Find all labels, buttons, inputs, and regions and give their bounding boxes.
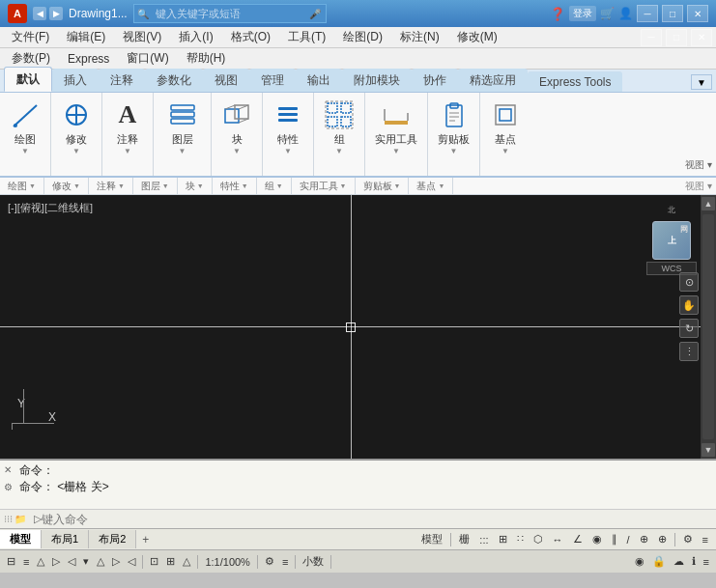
group-label-group2[interactable]: 组 ▼ [257, 178, 292, 194]
btn-draw[interactable]: 绘图 ▼ [6, 97, 44, 158]
user-icon[interactable]: 登录 [569, 6, 596, 21]
btb-up[interactable]: △ [94, 554, 107, 569]
menu-express[interactable]: Express [60, 50, 117, 68]
back-arrow[interactable]: ◀ [33, 7, 46, 20]
btb-undo[interactable]: △ [34, 554, 47, 569]
status-grid[interactable]: 栅 [455, 531, 473, 547]
restore-button[interactable]: □ [662, 5, 683, 22]
menu-view[interactable]: 视图(V) [115, 27, 169, 47]
btb-scale[interactable]: 1:1/100% [202, 556, 252, 568]
menu-draw[interactable]: 绘图(D) [335, 27, 390, 47]
fwd-arrow[interactable]: ▶ [49, 7, 63, 20]
app-logo[interactable]: A [8, 4, 27, 23]
status-ducs[interactable]: ∠ [569, 532, 587, 546]
btb-menu[interactable]: ≡ [20, 555, 32, 569]
group-label-modify[interactable]: 修改 ▼ [44, 178, 89, 194]
tab-parametric[interactable]: 参数化 [145, 69, 203, 92]
status-lw[interactable]: ∥ [608, 532, 621, 546]
status-ui[interactable]: ≡ [699, 533, 712, 546]
minimize-button[interactable]: ─ [637, 5, 658, 22]
viewcube[interactable]: 北 上 网 WCS [646, 205, 697, 255]
scroll-down[interactable]: ▼ [702, 443, 715, 457]
btn-layers[interactable]: 图层 ▼ [163, 97, 202, 158]
scroll-thumb[interactable] [702, 214, 714, 439]
view-arrow[interactable]: 视图 ▾ [681, 180, 716, 193]
btb-customize[interactable]: ≡ [701, 555, 712, 569]
tab-model[interactable]: 模型 [0, 530, 42, 548]
status-workspace[interactable]: ⚙ [679, 532, 697, 546]
tab-annotation[interactable]: 注释 [99, 69, 145, 92]
tab-view[interactable]: 视图 [203, 69, 249, 92]
status-osnap[interactable]: ⬡ [530, 532, 547, 546]
menu-modify[interactable]: 修改(M) [449, 27, 505, 47]
viewport[interactable]: [-][俯视][二维线框] Y X 北 上 网 WCS ⊙ ✋ ↻ ⋮ ▲ ▼ [0, 195, 716, 459]
utilities-dropdown[interactable]: ▼ [392, 147, 400, 155]
status-dyn[interactable]: ◉ [588, 532, 606, 546]
properties-dropdown[interactable]: ▼ [284, 147, 292, 155]
zoom-extents-btn[interactable]: ⊙ [679, 272, 699, 292]
btb-print[interactable]: ⊟ [4, 554, 18, 569]
menu-tools[interactable]: 工具(T) [280, 27, 333, 47]
account-icon[interactable]: 👤 [618, 7, 633, 20]
doc-minimize[interactable]: ─ [641, 29, 662, 46]
btb-3d[interactable]: △ [180, 554, 193, 569]
status-model[interactable]: 模型 [417, 531, 446, 547]
doc-restore[interactable]: □ [666, 29, 687, 46]
tab-manage[interactable]: 管理 [249, 69, 296, 92]
btn-group[interactable]: 组 ▼ [320, 97, 358, 158]
status-ortho[interactable]: ⊞ [495, 532, 511, 546]
btn-annotation[interactable]: A 注释 ▼ [108, 97, 147, 158]
status-sel[interactable]: ⊕ [636, 532, 652, 546]
close-button[interactable]: ✕ [687, 5, 708, 22]
search-input[interactable] [152, 8, 306, 19]
tab-collaborate[interactable]: 协作 [412, 69, 458, 92]
orbit-btn[interactable]: ↻ [679, 319, 699, 338]
group-label-draw[interactable]: 绘图 ▼ [0, 178, 44, 194]
btn-clipboard[interactable]: 剪贴板 ▼ [434, 97, 473, 158]
group-label-clipboard2[interactable]: 剪贴板 ▼ [356, 178, 410, 194]
menu-params[interactable]: 参数(P) [4, 48, 58, 69]
btb-aerial[interactable]: ⊞ [163, 554, 178, 569]
ribbon-options[interactable]: ▼ [691, 74, 712, 90]
btn-basepoint[interactable]: 基点 ▼ [486, 97, 525, 158]
menu-dimension[interactable]: 标注(N) [392, 27, 447, 47]
status-polar[interactable]: ∷ [513, 532, 528, 546]
basepoint-dropdown[interactable]: ▼ [501, 147, 509, 155]
btb-triangle[interactable]: ▾ [80, 554, 92, 569]
modify-dropdown[interactable]: ▼ [72, 147, 80, 155]
tab-express-tools[interactable]: Express Tools [528, 71, 622, 92]
btn-modify[interactable]: 修改 ▼ [57, 97, 96, 158]
status-ann[interactable]: ⊕ [654, 532, 671, 546]
menu-help[interactable]: 帮助(H) [179, 48, 234, 69]
btn-block[interactable]: 块 ▼ [217, 97, 256, 158]
tab-layout1[interactable]: 布局1 [42, 530, 89, 548]
menu-file[interactable]: 文件(F) [4, 27, 57, 47]
group-label-annotation2[interactable]: 注释 ▼ [89, 178, 133, 194]
btb-units[interactable]: 小数 [300, 554, 327, 569]
btb-zoom-frame[interactable]: ⊡ [147, 554, 161, 569]
tab-output[interactable]: 输出 [296, 69, 342, 92]
command-input-field[interactable] [42, 513, 235, 526]
cart-icon[interactable]: 🛒 [600, 7, 615, 20]
command-settings-btn[interactable]: ⚙ [4, 482, 13, 492]
command-close-btn[interactable]: ✕ [4, 464, 12, 475]
btb-fwd[interactable]: ▷ [49, 554, 63, 569]
annotation-dropdown[interactable]: ▼ [124, 147, 131, 155]
layers-dropdown[interactable]: ▼ [179, 147, 186, 155]
status-trans[interactable]: / [623, 533, 634, 546]
btb-info[interactable]: ℹ [689, 554, 699, 569]
tab-featured[interactable]: 精选应用 [458, 69, 528, 92]
add-layout-btn[interactable]: + [136, 531, 155, 548]
menu-insert[interactable]: 插入(I) [171, 27, 220, 47]
status-snap[interactable]: ::: [475, 533, 492, 546]
btb-cloud[interactable]: ☁ [671, 554, 687, 569]
btb-lock[interactable]: 🔒 [649, 554, 669, 569]
btb-back[interactable]: ◁ [65, 554, 78, 569]
draw-dropdown[interactable]: ▼ [21, 147, 29, 155]
btb-right[interactable]: ▷ [109, 554, 123, 569]
clipboard-dropdown[interactable]: ▼ [450, 147, 458, 155]
pan-btn[interactable]: ✋ [679, 295, 699, 315]
btb-left[interactable]: ◁ [125, 554, 138, 569]
btb-isolate[interactable]: ◉ [632, 554, 647, 569]
btb-settings[interactable]: ⚙ [262, 554, 277, 569]
